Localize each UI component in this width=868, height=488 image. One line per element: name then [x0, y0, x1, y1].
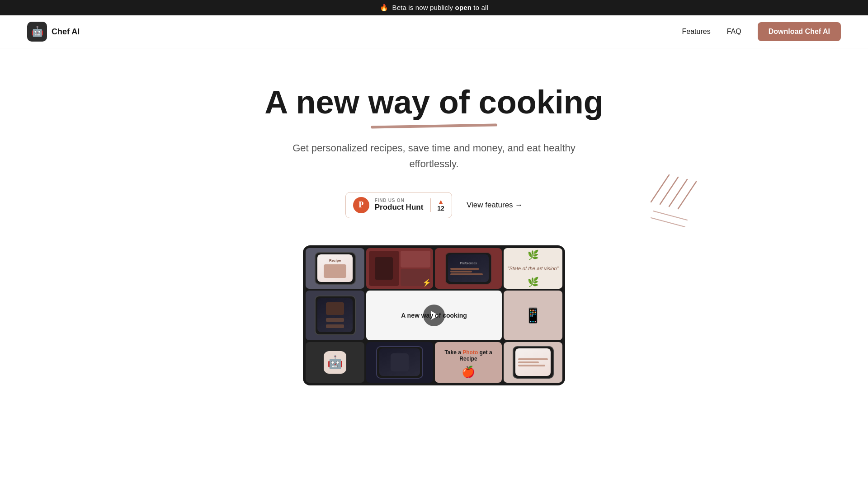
- product-hunt-icon: P: [353, 197, 369, 213]
- phone-screen-1: Recipe: [317, 254, 353, 282]
- view-features-link[interactable]: View features →: [467, 201, 523, 210]
- phone-mockup-form: [513, 346, 554, 379]
- grid-cell-preferences: Preferences: [435, 248, 502, 289]
- image-grid: Recipe ⚡: [306, 248, 562, 383]
- hero-underline-decoration: [371, 124, 497, 129]
- svg-line-4: [653, 211, 687, 220]
- brand-name: Chef AI: [52, 27, 80, 37]
- hand-phone-illustration: 📱: [524, 307, 542, 324]
- grid-cell-take-photo: Take a Photo get a Recipe 🍎: [435, 342, 502, 383]
- svg-line-3: [678, 182, 696, 209]
- grid-cell-phone-1: Recipe: [306, 248, 364, 289]
- fire-emoji: 🔥: [380, 4, 388, 11]
- banner-bold-text: open: [455, 4, 472, 11]
- nav-brand: 🤖 Chef AI: [27, 22, 80, 42]
- hero-section: A new way of cooking Get personalized re…: [0, 48, 868, 404]
- product-hunt-find-label: FIND US ON: [375, 198, 405, 203]
- features-nav-link[interactable]: Features: [682, 28, 711, 36]
- faq-nav-link[interactable]: FAQ: [727, 28, 741, 36]
- state-art-quote: "State-of-the-art vision": [504, 262, 562, 275]
- photo-highlight-text: Photo: [462, 349, 478, 356]
- camera-icon: 🍎: [462, 366, 475, 378]
- grid-cell-phone-2: [306, 291, 364, 340]
- grid-cell-dark-phone: [366, 342, 433, 383]
- product-hunt-text: FIND US ON Product Hunt: [375, 198, 424, 212]
- banner-text-start: Beta is now publicly: [392, 4, 455, 11]
- grid-cell-video[interactable]: A new way of cooking: [366, 291, 502, 340]
- svg-line-0: [651, 175, 669, 202]
- grid-cell-hand-phone: 📱: [504, 291, 562, 340]
- phone-mockup-2: [315, 296, 356, 335]
- product-hunt-badge[interactable]: P FIND US ON Product Hunt ▲ 12: [345, 192, 452, 218]
- product-hunt-name: Product Hunt: [375, 203, 424, 212]
- chef-logo-illustration: 🤖: [324, 351, 346, 374]
- svg-line-2: [669, 179, 687, 206]
- phone-mockup-dark: [376, 346, 423, 379]
- grid-cell-form-phone: [504, 342, 562, 383]
- laurel-right-icon: 🌿: [528, 277, 539, 287]
- upvote-arrow-icon: ▲: [438, 198, 444, 205]
- top-banner: 🔥 Beta is now publicly open to all: [0, 0, 868, 15]
- logo-emoji: 🤖: [31, 26, 43, 38]
- dark-phone-screen: [379, 348, 420, 376]
- hero-subtitle: Get personalized recipes, save time and …: [289, 140, 579, 172]
- hero-title: A new way of cooking: [27, 84, 841, 120]
- video-title: A new way of cooking: [397, 308, 471, 323]
- form-phone-screen: [515, 348, 551, 376]
- download-cta-button[interactable]: Download Chef AI: [758, 22, 841, 41]
- image-grid-wrapper: Recipe ⚡: [303, 245, 565, 385]
- nav-links: Features FAQ Download Chef AI: [682, 22, 841, 41]
- grid-cell-state-art: 🌿 "State-of-the-art vision" 🌿: [504, 248, 562, 289]
- preferences-screen: Preferences: [448, 254, 489, 282]
- svg-line-1: [660, 177, 678, 204]
- phone-screen-2: [317, 298, 353, 333]
- brand-logo: 🤖: [27, 22, 47, 42]
- svg-line-5: [651, 218, 685, 227]
- cta-row: P FIND US ON Product Hunt ▲ 12 View feat…: [27, 192, 841, 218]
- decorative-lines: [615, 170, 705, 234]
- phone-preferences: Preferences: [445, 252, 492, 285]
- banner-text-end: to all: [473, 4, 488, 11]
- grid-cell-chef-logo: 🤖: [306, 342, 364, 383]
- phone-mockup-1: Recipe: [315, 252, 356, 285]
- take-photo-label: Take a Photo get a Recipe: [438, 347, 499, 365]
- product-hunt-votes: ▲ 12: [430, 198, 444, 212]
- laurel-left-icon: 🌿: [528, 249, 539, 260]
- grid-cell-recipe-screens: ⚡: [366, 248, 433, 289]
- navbar: 🤖 Chef AI Features FAQ Download Chef AI: [0, 15, 868, 48]
- vote-count: 12: [437, 205, 444, 212]
